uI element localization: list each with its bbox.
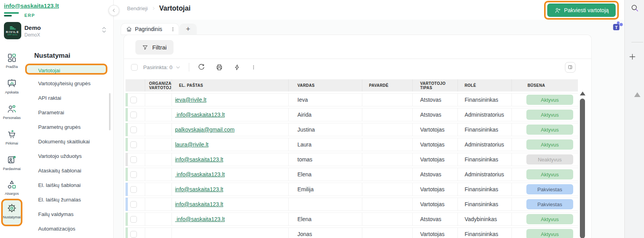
tab-menu-kebab-icon[interactable] — [170, 26, 175, 32]
column-header-el-pa-tas[interactable]: EL. PAŠTAS — [172, 79, 289, 92]
email-link[interactable]: ieva@rivile.lt — [175, 97, 207, 103]
cell-vardas: Emilija — [289, 183, 362, 196]
sidebar-item-pirkimai[interactable]: Pirkimai — [0, 129, 24, 145]
email-link[interactable]: laura@rivile.lt — [175, 141, 209, 148]
row-checkbox[interactable] — [130, 112, 137, 118]
quick-actions-button[interactable] — [234, 64, 240, 71]
column-header-vartotojo-tipas[interactable]: VARTOTOJO TIPAS — [413, 79, 458, 92]
workspace-selector[interactable]: RIVILE ERP demo Demo DemoX — [4, 22, 109, 40]
row-checkbox[interactable] — [130, 216, 137, 223]
row-status-stripe — [125, 198, 128, 211]
submenu-item-dokument-skaitliukai[interactable]: Dokumentų skaitliukai — [24, 134, 114, 149]
submenu-item-el-lai-k-urnalas[interactable]: El. laiškų žurnalas — [24, 192, 114, 207]
row-checkbox[interactable] — [130, 171, 137, 178]
email-link[interactable]: info@saskaita123.lt — [175, 216, 225, 222]
app-root: info@saskaita123.lt ERP RIVILE ERP demo … — [0, 0, 644, 238]
people-icon — [7, 108, 17, 115]
row-checkbox[interactable] — [130, 201, 137, 208]
email-link[interactable]: info@saskaita123.lt — [175, 201, 223, 207]
row-checkbox[interactable] — [130, 97, 137, 103]
column-header-organizacijos-vartotojas[interactable]: ORGANIZACIJOS VARTOTOJAS — [145, 79, 172, 92]
sidebar-item-atsargos[interactable]: Atsargos — [0, 179, 24, 196]
svg-text:T: T — [615, 25, 618, 30]
table-row[interactable]: info@saskaita123.lt Emilija Vartotojas F… — [125, 183, 578, 196]
row-checkbox[interactable] — [130, 156, 137, 163]
submenu-item-vartotojo-u-duotys[interactable]: Vartotojo užduotys — [24, 149, 114, 163]
more-options-kebab-button[interactable] — [251, 64, 256, 70]
brand-bars-icon — [4, 12, 19, 16]
submenu-item-parametr-grup-s[interactable]: Parametrų grupės — [24, 120, 114, 134]
filters-label: Filtrai — [152, 44, 167, 51]
sidebar-item-apskaita[interactable]: Apskaita — [0, 78, 24, 94]
sidebar-item-nustatymai[interactable]: Nustatymai — [1, 199, 22, 226]
cell-org-user — [145, 228, 172, 238]
scrollbar-thumb[interactable] — [580, 99, 585, 238]
row-checkbox[interactable] — [130, 126, 137, 133]
table-row[interactable]: info@saskaita123.lt Airida Atstovas Admi… — [125, 108, 578, 121]
submenu-item-api-raktai[interactable]: API raktai — [24, 91, 114, 105]
email-link[interactable]: info@saskaita123.lt — [175, 186, 223, 192]
sidebar-item-personalas[interactable]: Personalas — [0, 104, 24, 120]
table-row[interactable]: laura@rivile.lt Laura Vartotojas Adminis… — [125, 138, 578, 151]
email-link[interactable]: info@saskaita123.lt — [175, 156, 223, 163]
chevron-down-icon[interactable] — [175, 65, 181, 70]
breadcrumb-parent[interactable]: Bendrieji — [127, 5, 148, 11]
column-header-b-sena[interactable]: BŪSENA — [512, 79, 578, 92]
invite-user-button[interactable]: Pakviesti vartotoją — [547, 4, 616, 17]
row-checkbox[interactable] — [130, 186, 137, 193]
submenu-item-automatizacijos[interactable]: Automatizacijos — [24, 222, 114, 232]
teams-icon[interactable]: T — [613, 21, 624, 32]
submenu-item-vartotojai[interactable]: Vartotojai — [25, 64, 107, 75]
submenu-item-vartotoj-teisi-grup-s[interactable]: Vartotojų/teisių grupės — [24, 76, 114, 91]
scroll-up-arrow[interactable] — [580, 92, 585, 95]
table-row[interactable]: info@saskaita123.lt Elena Atstovas Admin… — [125, 168, 578, 181]
table-row[interactable]: palkovskaja@gmail.com Justina Vartotojas… — [125, 123, 578, 136]
table-row[interactable]: ieva@rivile.lt Ieva Atstovas Finansinink… — [125, 93, 578, 106]
email-link[interactable]: info@saskaita123.lt — [175, 171, 225, 178]
sidebar-item-pardavimai[interactable]: Pardavimai — [0, 155, 24, 171]
selected-count-label[interactable]: Pasirinkta: 0 — [143, 64, 172, 70]
sidebar-rail: Pradžia Apskaita Personalas Pirkimai Par… — [0, 46, 24, 238]
cell-vartotojo-tipas: Atstovas — [413, 108, 458, 121]
submenu-item-ataskait-ablonai[interactable]: Ataskaitų šablonai — [24, 163, 114, 178]
column-header-pavard[interactable]: PAVARDĖ — [362, 79, 413, 92]
cell-role: Finansininkas — [458, 183, 512, 196]
plus-icon[interactable] — [628, 53, 637, 61]
status-badge: Aktyvus — [526, 124, 573, 135]
add-tab-button[interactable]: + — [179, 24, 197, 35]
submenu-scrollbar[interactable] — [109, 93, 111, 130]
column-header-vardas[interactable]: VARDAS — [289, 79, 362, 92]
email-link[interactable]: palkovskaja@gmail.com — [175, 126, 234, 133]
select-all-checkbox[interactable] — [131, 64, 138, 71]
cell-vardas: Jonas — [289, 228, 362, 238]
sidebar-collapse-button[interactable] — [109, 5, 119, 16]
status-badge: Aktyvus — [526, 139, 573, 150]
table-scrollbar[interactable] — [579, 91, 585, 238]
table-row[interactable]: info@saskaita123.lt Vartotojas Finansini… — [125, 198, 578, 211]
add-tab-label: + — [186, 25, 190, 33]
email-link[interactable]: info@saskaita123.lt — [175, 112, 225, 118]
table-row[interactable]: info@saskaita123.lt Elena Atstovas Vadyb… — [125, 212, 578, 226]
account-email-link[interactable]: info@saskaita123.lt — [4, 2, 59, 9]
submenu-item-fail-valdymas[interactable]: Failų valdymas — [24, 207, 114, 222]
sidebar-item-prad-ia[interactable]: Pradžia — [0, 53, 24, 69]
row-checkbox[interactable] — [130, 231, 137, 238]
cell-role: Vadybininkas — [458, 213, 512, 225]
status-badge: Pakviestas — [526, 184, 573, 194]
filters-button[interactable]: Filtrai — [135, 40, 173, 55]
submenu-item-parametrai[interactable]: Parametrai — [24, 105, 114, 120]
submenu-title: Nustatymai — [24, 46, 114, 60]
print-button[interactable] — [216, 64, 223, 71]
column-settings-button[interactable] — [565, 62, 576, 73]
refresh-button[interactable] — [197, 64, 205, 71]
table-row[interactable]: Jonas Vartotojas Finansininkas Aktyvus — [125, 227, 578, 238]
row-status-stripe — [125, 93, 128, 106]
table-row[interactable]: info@saskaita123.lt tomas Vartotojas Fin… — [125, 153, 578, 166]
page-scroll-up-arrow[interactable] — [634, 92, 640, 97]
submenu-item-el-lai-k-ablonai[interactable]: El. laiškų šablonai — [24, 178, 114, 192]
search-icon[interactable] — [630, 4, 639, 13]
row-checkbox[interactable] — [130, 141, 137, 148]
column-header-rol[interactable]: ROLĖ — [458, 79, 512, 92]
tab-pagrindinis[interactable]: Pagrindinis — [121, 24, 179, 35]
chevron-updown-icon[interactable] — [101, 26, 107, 35]
